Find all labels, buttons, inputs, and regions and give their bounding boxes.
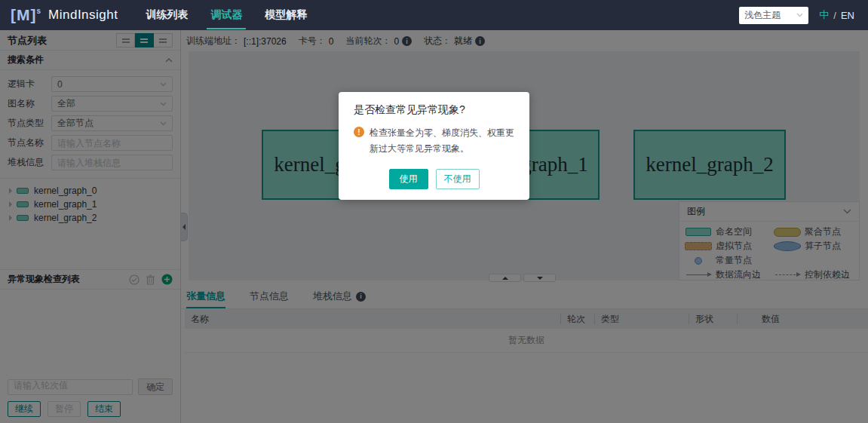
theme-select-value: 浅色主题: [744, 9, 781, 22]
recheck-dialog: 是否检查常见异常现象? ! 检查张量全为零、梯度消失、权重更新过大等常见异常现象…: [339, 92, 529, 200]
nav-tab-train-list[interactable]: 训练列表: [134, 0, 199, 30]
navbar-right: 浅色主题 中 / EN: [739, 7, 868, 24]
mindinsight-logo[interactable]: [M] s: [11, 6, 41, 24]
warning-icon: !: [354, 127, 364, 137]
dialog-message: 检查张量全为零、梯度消失、权重更新过大等常见异常现象。: [370, 125, 514, 157]
logo-superscript: s: [36, 7, 41, 15]
dialog-title: 是否检查常见异常现象?: [354, 103, 514, 117]
lang-en-button[interactable]: EN: [841, 10, 854, 21]
lang-zh-button[interactable]: 中: [819, 8, 829, 22]
dialog-footer: 使用 不使用: [354, 169, 514, 189]
brand-name: MindInsight: [48, 8, 118, 23]
dialog-body: ! 检查张量全为零、梯度消失、权重更新过大等常见异常现象。: [354, 125, 514, 157]
nav-tab-debugger[interactable]: 调试器: [199, 0, 253, 30]
use-button[interactable]: 使用: [389, 169, 428, 189]
nav-tab-model-explanation[interactable]: 模型解释: [253, 0, 318, 30]
language-switch: 中 / EN: [819, 8, 854, 22]
chevron-down-icon: [796, 13, 803, 17]
modal-overlay[interactable]: [0, 30, 868, 423]
mindinsight-app: [M] s MindInsight 训练列表 调试器 模型解释 浅色主题 中 /…: [0, 0, 868, 423]
theme-select[interactable]: 浅色主题: [739, 7, 808, 24]
lang-separator: /: [833, 10, 836, 21]
logo-mark: [M]: [11, 6, 36, 24]
top-navbar: [M] s MindInsight 训练列表 调试器 模型解释 浅色主题 中 /…: [0, 0, 868, 30]
main-nav: 训练列表 调试器 模型解释: [134, 0, 318, 30]
not-use-button[interactable]: 不使用: [436, 169, 480, 189]
